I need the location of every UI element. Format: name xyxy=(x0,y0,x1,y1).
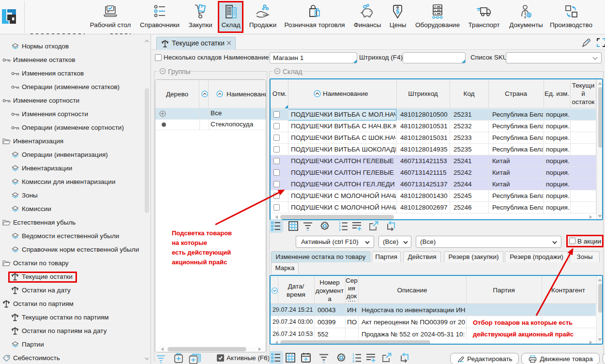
svg-text:$: $ xyxy=(396,8,399,15)
svg-text:1: 1 xyxy=(339,221,341,225)
svg-text:1: 1 xyxy=(352,353,354,356)
svg-text:2: 2 xyxy=(339,225,341,228)
svg-text:3: 3 xyxy=(339,228,341,231)
svg-text:3: 3 xyxy=(352,360,354,363)
svg-text:2: 2 xyxy=(352,356,354,360)
